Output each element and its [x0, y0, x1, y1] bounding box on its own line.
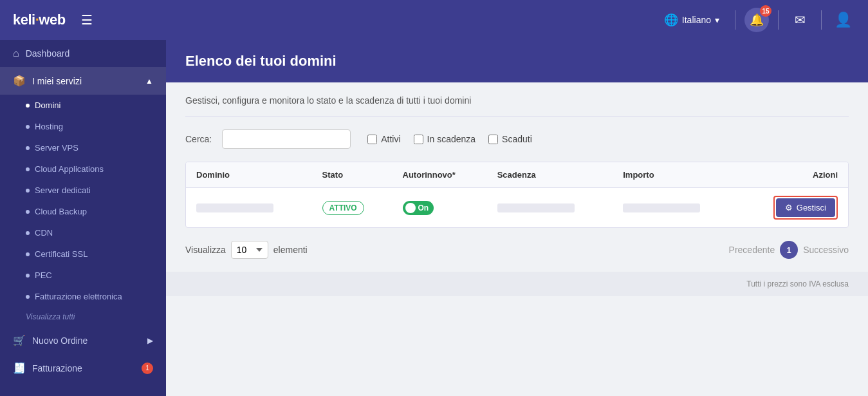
table-header-row: Dominio Stato Autorinnovo* Scadenza Impo…	[186, 162, 848, 188]
sidebar: ⌂ Dashboard 📦 I miei servizi ▲ Domini Ho…	[0, 40, 166, 396]
toggle-circle	[405, 203, 416, 213]
filter-attivi-label: Attivi	[381, 134, 400, 144]
user-icon: 👤	[835, 12, 852, 28]
cell-stato: ATTIVO	[312, 188, 392, 228]
page-header: Elenco dei tuoi domini	[166, 40, 868, 82]
sidebar-item-cloud-backup[interactable]: Cloud Backup	[0, 201, 166, 222]
sidebar-fatturazione-elettronica-label: Fatturazione elettronica	[35, 292, 122, 301]
notifications-button[interactable]: 🔔 15	[744, 8, 769, 32]
sidebar-item-hosting[interactable]: Hosting	[0, 116, 166, 137]
autorinnovo-toggle[interactable]: On	[403, 201, 434, 215]
language-label: Italiano	[682, 15, 711, 25]
filter-in-scadenza-checkbox[interactable]	[414, 135, 423, 144]
language-selector[interactable]: 🌐 Italiano ▾	[658, 9, 726, 31]
chevron-up-icon: ▲	[145, 77, 153, 86]
filter-group: Attivi In scadenza Scaduti	[367, 134, 532, 144]
nav-divider-1	[735, 10, 735, 30]
dot-icon	[26, 295, 30, 299]
cart-icon: 🛒	[13, 334, 26, 346]
next-page-button[interactable]: Successivo	[803, 245, 849, 255]
sidebar-pec-label: PEC	[35, 270, 52, 280]
sidebar-item-cdn[interactable]: CDN	[0, 222, 166, 243]
chevron-down-icon: ▾	[715, 15, 719, 25]
sidebar-dashboard-label: Dashboard	[26, 48, 70, 59]
sidebar-hosting-label: Hosting	[35, 122, 63, 131]
col-header-dominio: Dominio	[186, 162, 312, 188]
sidebar-fatturazione-label: Fatturazione	[32, 363, 82, 373]
page-subtitle: Gestisci, configura e monitora lo stato …	[185, 95, 849, 106]
dot-icon	[26, 231, 30, 235]
sidebar-cloud-backup-label: Cloud Backup	[35, 207, 87, 216]
sidebar-item-nuovo-ordine[interactable]: 🛒 Nuovo Ordine ▶	[0, 326, 166, 354]
sidebar-item-certificati-ssl[interactable]: Certificati SSL	[0, 243, 166, 265]
sidebar-item-fatturazione[interactable]: 🧾 Fatturazione 1	[0, 354, 166, 382]
sidebar-item-server-vps[interactable]: Server VPS	[0, 137, 166, 158]
page-footer: Tutti i prezzi sono IVA esclusa	[166, 272, 868, 296]
mail-button[interactable]: ✉	[788, 8, 812, 32]
dot-icon	[26, 274, 30, 278]
footer-disclaimer: Tutti i prezzi sono IVA esclusa	[746, 279, 849, 288]
receipt-icon: 🧾	[13, 362, 26, 374]
cell-azioni: ⚙ Gestisci	[739, 188, 848, 228]
domains-table: Dominio Stato Autorinnovo* Scadenza Impo…	[186, 162, 848, 227]
domains-table-wrapper: Dominio Stato Autorinnovo* Scadenza Impo…	[185, 162, 849, 228]
sidebar-item-pec[interactable]: PEC	[0, 265, 166, 286]
sidebar-item-server-dedicati[interactable]: Server dedicati	[0, 180, 166, 201]
gestisci-highlight: ⚙ Gestisci	[773, 196, 838, 220]
status-badge: ATTIVO	[322, 201, 364, 215]
dot-icon	[26, 252, 30, 256]
filter-attivi-checkbox[interactable]	[367, 135, 377, 144]
sidebar-item-dashboard[interactable]: ⌂ Dashboard	[0, 40, 166, 67]
nav-divider-3	[821, 10, 822, 30]
page-body: Gestisci, configura e monitora lo stato …	[166, 82, 868, 272]
cell-importo	[613, 188, 739, 228]
main-layout: ⌂ Dashboard 📦 I miei servizi ▲ Domini Ho…	[0, 40, 868, 396]
sidebar-cdn-label: CDN	[35, 228, 53, 238]
toggle-label: On	[418, 203, 429, 212]
gear-icon: ⚙	[785, 203, 793, 212]
fatturazione-badge: 1	[142, 363, 153, 374]
dot-icon	[26, 146, 30, 150]
hamburger-button[interactable]: ☰	[81, 12, 93, 28]
col-header-importo: Importo	[613, 162, 739, 188]
filter-in-scadenza[interactable]: In scadenza	[414, 134, 476, 144]
sidebar-item-cloud-applications[interactable]: Cloud Applications	[0, 158, 166, 180]
search-input[interactable]	[222, 129, 351, 149]
filter-attivi[interactable]: Attivi	[367, 134, 400, 144]
chevron-right-icon: ▶	[147, 336, 153, 345]
current-page-indicator[interactable]: 1	[780, 241, 798, 259]
pagination-area: Visualizza 10 25 50 100 elementi Precede…	[185, 241, 849, 259]
sidebar-certificati-ssl-label: Certificati SSL	[35, 249, 88, 259]
col-header-autorinnovo: Autorinnovo*	[392, 162, 487, 188]
globe-icon: 🌐	[664, 13, 678, 27]
notification-badge: 15	[760, 5, 771, 17]
gestisci-button[interactable]: ⚙ Gestisci	[776, 198, 835, 217]
elementi-label: elementi	[273, 245, 308, 255]
box-icon: 📦	[13, 75, 26, 87]
user-profile-button[interactable]: 👤	[831, 8, 855, 32]
col-header-azioni: Azioni	[739, 162, 848, 188]
dot-icon	[26, 125, 30, 129]
col-header-stato: Stato	[312, 162, 392, 188]
visualizza-group: Visualizza 10 25 50 100 elementi	[185, 241, 308, 259]
nav-divider-2	[778, 10, 779, 30]
sidebar-domini-label: Domini	[35, 100, 60, 110]
dominio-placeholder	[196, 203, 273, 212]
sidebar-item-my-services[interactable]: 📦 I miei servizi ▲	[0, 67, 166, 95]
dot-icon	[26, 189, 30, 193]
per-page-select[interactable]: 10 25 50 100	[231, 241, 268, 259]
filter-scaduti[interactable]: Scaduti	[488, 134, 532, 144]
prev-page-button[interactable]: Precedente	[729, 245, 775, 255]
filter-in-scadenza-label: In scadenza	[427, 134, 476, 144]
scadenza-placeholder	[497, 203, 575, 212]
table-row: ATTIVO On	[186, 188, 848, 228]
sidebar-item-domini[interactable]: Domini	[0, 95, 166, 116]
sidebar-item-fatturazione-elettronica[interactable]: Fatturazione elettronica	[0, 286, 166, 307]
filter-scaduti-checkbox[interactable]	[488, 135, 498, 144]
sidebar-submenu: Domini Hosting Server VPS Cloud Applicat…	[0, 95, 166, 326]
col-header-scadenza: Scadenza	[487, 162, 613, 188]
sidebar-view-all[interactable]: Visualizza tutti	[0, 307, 166, 326]
content-area: Elenco dei tuoi domini Gestisci, configu…	[166, 40, 868, 396]
section-divider	[185, 116, 849, 117]
dot-icon	[26, 104, 30, 108]
